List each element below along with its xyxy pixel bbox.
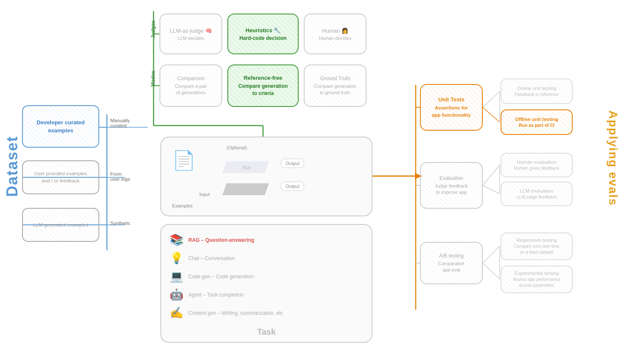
modes-label: Modes bbox=[150, 70, 156, 87]
content-icon: ✍️ bbox=[170, 306, 183, 319]
heuristics-title: Heuristics 🔧 bbox=[246, 27, 280, 34]
document-icon: 📄 bbox=[172, 149, 196, 171]
heuristics-box: Heuristics 🔧 Hard-code decision bbox=[227, 14, 299, 54]
unit-tests-sub: Assertions forapp functionality bbox=[432, 104, 471, 118]
human-judge-box: Human 👩 Human decides bbox=[304, 14, 367, 54]
code-icon: 💻 bbox=[170, 270, 183, 283]
svg-line-15 bbox=[483, 107, 500, 122]
comparison-title: Comparison bbox=[177, 76, 205, 81]
code-label: Code gen – Code generation bbox=[188, 274, 254, 280]
task-item-agent: 🤖 Agent – Task completion bbox=[170, 288, 367, 301]
llm-eval-sub: LLM judge feedback bbox=[517, 194, 557, 199]
applying-evals-label: Applying evals bbox=[606, 110, 620, 206]
llm-judge-title: LLM-as-judge 🧠 bbox=[170, 28, 212, 34]
agent-label: Agent – Task completion bbox=[188, 292, 244, 298]
run-shape-optional bbox=[222, 161, 269, 173]
unit-tests-title: Unit Tests bbox=[432, 96, 471, 103]
rag-label: RAG – Question-answering bbox=[188, 237, 254, 243]
chat-label: Chat – Conversation bbox=[188, 255, 235, 261]
svg-line-17 bbox=[483, 185, 500, 194]
ground-truth-box: Ground Truth Compare generationto ground… bbox=[304, 64, 367, 107]
offline-unit-box: Offline unit testing Run as part of CI bbox=[501, 109, 573, 135]
experimental-test-sub: Assess app performanceacross parameters bbox=[513, 277, 560, 288]
ground-truth-title: Ground Truth bbox=[320, 76, 350, 81]
llm-judge-box: LLM-as-judge 🧠 LLM decides bbox=[159, 14, 222, 54]
ground-truth-sub: Compare generationto ground truth bbox=[314, 83, 356, 96]
human-eval-box: Human evaluation Human gives feedback bbox=[501, 153, 573, 177]
task-item-code: 💻 Code gen – Code generation bbox=[170, 270, 367, 283]
offline-unit-sub: Run as part of CI bbox=[519, 123, 554, 128]
svg-line-19 bbox=[483, 263, 500, 279]
examples-label: Examples bbox=[172, 203, 193, 208]
optional-label: (Optional) bbox=[227, 145, 247, 150]
experimental-test-title: Experimental testing bbox=[515, 271, 559, 276]
svg-line-18 bbox=[483, 246, 500, 263]
llm-generated-text: LLM generated examples bbox=[33, 222, 88, 227]
online-unit-title: Online unit testing bbox=[517, 86, 556, 91]
llm-eval-box: LLM evaluation LLM judge feedback bbox=[501, 182, 573, 206]
regression-test-title: Regression testing bbox=[516, 238, 557, 243]
dataset-label: Dataset bbox=[3, 136, 21, 197]
task-item-chat: 💡 Chat – Conversation bbox=[170, 252, 367, 265]
dev-curated-box: Developer curatedexamples bbox=[22, 105, 99, 148]
manually-curated-label: Manuallycurated bbox=[110, 118, 130, 128]
output-box-2: Output bbox=[281, 182, 304, 191]
dev-curated-text: Developer curatedexamples bbox=[36, 118, 84, 135]
run-shape-main bbox=[222, 183, 269, 195]
content-label: Content gen – Writing, summarization, et… bbox=[188, 310, 283, 316]
experimental-test-box: Experimental testing Assess app performa… bbox=[501, 266, 573, 293]
from-user-logs-label: Fromuser logs bbox=[110, 171, 130, 182]
diagram-container: Dataset Applying evals Developer curated… bbox=[0, 0, 624, 364]
input-label: Input bbox=[199, 192, 210, 197]
comparison-box: Comparison Compare a pairof generations bbox=[159, 64, 222, 107]
judges-label: Judges bbox=[150, 20, 156, 38]
llm-generated-box: LLM generated examples bbox=[22, 208, 99, 242]
offline-unit-title: Offline unit testing bbox=[515, 117, 558, 122]
svg-line-14 bbox=[483, 91, 500, 107]
human-judge-sub: Human decides bbox=[319, 36, 351, 41]
evaluation-title: Evaluation bbox=[435, 175, 468, 181]
llm-eval-title: LLM evaluation bbox=[520, 188, 553, 193]
human-judge-title: Human 👩 bbox=[322, 28, 348, 34]
human-eval-title: Human evaluation bbox=[517, 160, 557, 165]
online-unit-box: Online unit testing Feedback in inferenc… bbox=[501, 78, 573, 104]
synthetic-label: Synthetic bbox=[110, 221, 130, 226]
ab-testing-sub: Comparativeapp eval bbox=[438, 260, 465, 274]
agent-icon: 🤖 bbox=[170, 288, 183, 301]
svg-line-16 bbox=[483, 165, 500, 185]
user-provided-text: User provided examplesand / or feedback bbox=[34, 170, 87, 185]
comparison-sub: Compare a pairof generations bbox=[175, 83, 207, 96]
online-unit-sub: Feedback in inference bbox=[515, 92, 558, 97]
ab-testing-box: A/B testing Comparativeapp eval bbox=[420, 242, 483, 284]
human-eval-sub: Human gives feedback bbox=[514, 165, 560, 171]
reference-free-title: Reference-free bbox=[243, 75, 282, 81]
output-box-1: Output bbox=[281, 159, 304, 168]
task-item-content: ✍️ Content gen – Writing, summarization,… bbox=[170, 306, 367, 319]
heuristics-sub: Hard-code decision bbox=[239, 35, 286, 41]
reference-free-sub: Compare generationto crieria bbox=[238, 83, 288, 97]
reference-free-box: Reference-free Compare generationto crie… bbox=[227, 64, 299, 107]
regression-test-sub: Compare runs over timeon a fixed dataset bbox=[514, 244, 559, 255]
ab-testing-title: A/B testing bbox=[438, 253, 465, 259]
rag-icon: 📚 bbox=[170, 233, 183, 246]
task-item-rag: 📚 RAG – Question-answering bbox=[170, 233, 367, 246]
llm-judge-sub: LLM decides bbox=[178, 36, 204, 41]
regression-test-box: Regression testing Compare runs over tim… bbox=[501, 232, 573, 260]
task-label: Task bbox=[257, 327, 276, 337]
user-provided-box: User provided examplesand / or feedback bbox=[22, 160, 99, 194]
evaluation-sub: Judge feedbackto improve app bbox=[435, 183, 468, 196]
unit-tests-box: Unit Tests Assertions forapp functionali… bbox=[420, 84, 483, 131]
evaluation-box: Evaluation Judge feedbackto improve app bbox=[420, 162, 483, 209]
task-box: 📚 RAG – Question-answering 💡 Chat – Conv… bbox=[160, 224, 372, 343]
chat-icon: 💡 bbox=[170, 252, 183, 265]
pipeline-box: 📄 (Optional) Run Input Examples Output O… bbox=[160, 137, 372, 216]
